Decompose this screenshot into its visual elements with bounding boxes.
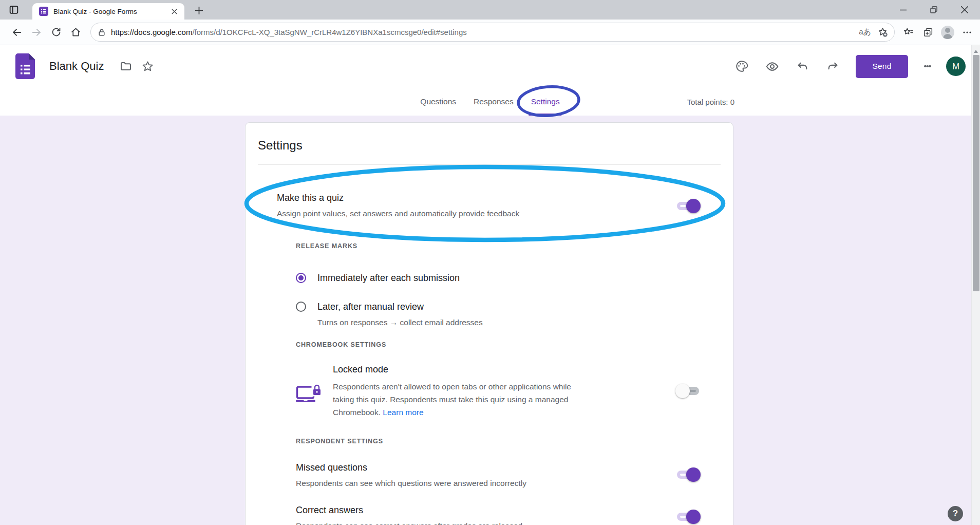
scrollbar-thumb[interactable] [973,55,979,291]
chromebook-heading: CHROMEBOOK SETTINGS [296,341,733,349]
radio-option-later[interactable]: Later, after manual review [296,301,733,313]
correct-answers-title: Correct answers [296,504,733,516]
send-button[interactable]: Send [856,55,908,78]
refresh-button[interactable] [46,23,66,42]
collections-icon[interactable] [918,23,938,42]
forms-favicon-icon [39,7,48,16]
translate-icon[interactable]: aあ [856,24,874,41]
help-button[interactable]: ? [948,506,963,521]
missed-questions-subtitle: Respondents can see which questions were… [296,478,733,489]
undo-icon[interactable] [791,55,813,77]
browser-window: Blank Quiz - Google Forms [0,0,980,525]
window-layout-icon [8,4,20,15]
move-to-folder-icon[interactable] [115,55,137,77]
new-tab-button[interactable] [191,4,206,17]
missed-questions-toggle[interactable] [676,467,700,482]
radio-selected-icon[interactable] [296,273,306,283]
account-avatar[interactable]: M [946,57,966,76]
lock-icon[interactable] [98,28,106,36]
total-points-label: Total points: 0 [687,97,734,106]
laptop-lock-icon [296,384,322,419]
forms-logo-icon[interactable] [15,53,35,79]
radio-unselected-icon[interactable] [296,302,306,312]
card-title: Settings [258,138,721,153]
url-text: https://docs.google.com/forms/d/1OKCFcL-… [111,28,856,36]
browser-titlebar: Blank Quiz - Google Forms [0,0,980,20]
browser-toolbar: https://docs.google.com/forms/d/1OKCFcL-… [0,20,980,45]
locked-mode-title: Locked mode [333,363,592,376]
profile-icon[interactable] [938,23,957,42]
make-quiz-row: Make this a quiz Assign point values, se… [277,192,733,219]
back-button[interactable] [7,23,27,42]
make-quiz-toggle[interactable] [676,199,700,213]
correct-answers-subtitle: Respondents can see correct answers afte… [296,521,733,525]
correct-answers-row: Correct answers Respondents can see corr… [296,504,733,525]
make-quiz-title: Make this a quiz [277,192,733,204]
forms-nav: Questions Responses Settings Total point… [0,87,980,116]
minimize-button[interactable] [888,0,918,20]
preview-eye-icon[interactable] [761,55,783,77]
tab-settings[interactable]: Settings [522,87,569,116]
forward-button[interactable] [27,23,46,42]
locked-mode-description: Respondents aren't allowed to open tabs … [333,380,592,419]
tab-close-icon[interactable] [168,5,180,17]
close-button[interactable] [949,0,980,20]
add-favorite-icon[interactable] [874,24,891,41]
tab-title: Blank Quiz - Google Forms [53,8,168,15]
make-quiz-subtitle: Assign point values, set answers and aut… [277,209,733,219]
missed-questions-title: Missed questions [296,461,733,474]
form-title[interactable]: Blank Quiz [49,60,104,73]
radio-later-note: Turns on responses → collect email addre… [317,317,733,328]
tab-questions[interactable]: Questions [411,87,465,116]
locked-mode-row: Locked mode Respondents aren't allowed t… [296,363,733,419]
browser-tab[interactable]: Blank Quiz - Google Forms [32,3,184,20]
page-scrollbar[interactable] [971,45,980,525]
browser-menu-icon[interactable] [957,23,977,42]
divider [258,164,721,165]
settings-page: Settings Make this a quiz Assign point v… [0,116,980,525]
favorites-icon[interactable] [899,23,918,42]
home-button[interactable] [66,23,85,42]
profile-avatar [941,26,954,39]
locked-mode-toggle[interactable] [676,384,700,398]
radio-option-immediately[interactable]: Immediately after each submission [296,272,733,284]
settings-card: Settings Make this a quiz Assign point v… [245,122,733,525]
tab-actions-button[interactable] [5,3,23,17]
more-options-icon[interactable] [917,56,938,77]
forms-header: Blank Quiz [0,45,980,87]
scrollbar-up-arrow[interactable] [974,48,978,53]
address-bar[interactable]: https://docs.google.com/forms/d/1OKCFcL-… [90,23,895,42]
missed-questions-row: Missed questions Respondents can see whi… [296,461,733,489]
star-icon[interactable] [137,55,158,77]
release-marks-heading: RELEASE MARKS [296,242,733,250]
tab-responses[interactable]: Responses [465,87,522,116]
learn-more-link[interactable]: Learn more [383,408,423,417]
theme-palette-icon[interactable] [731,55,752,77]
restore-button[interactable] [918,0,949,20]
correct-answers-toggle[interactable] [676,510,700,524]
window-controls [888,0,980,20]
redo-icon[interactable] [822,55,843,77]
respondent-heading: RESPONDENT SETTINGS [296,438,733,445]
